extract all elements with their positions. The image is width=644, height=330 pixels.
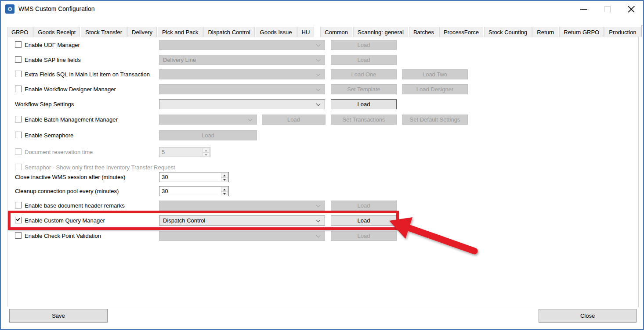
row-check-point-validation: Enable Check Point Validation Load: [7, 231, 638, 241]
tab-manager[interactable]: Manager: [641, 25, 644, 37]
base-document-remarks-combobox: [159, 201, 325, 211]
extra-fields-sql-label: Extra Fields SQL in Main List Item on Tr…: [25, 71, 150, 78]
title-bar: ⚙ WMS Custom Configuration: [1, 1, 643, 18]
chevron-down-icon: [316, 233, 321, 238]
document-reservation-label: Document reservation time: [25, 149, 93, 155]
cleanup-connection-pool-spinner[interactable]: 30: [159, 186, 229, 196]
maximize-button: [597, 1, 619, 18]
minimize-button[interactable]: [573, 1, 595, 18]
load-two-button: Load Two: [402, 69, 468, 79]
semaphor-show-only-checkbox: [15, 164, 22, 170]
workflow-step-combobox[interactable]: [159, 99, 325, 109]
tab-strip: GRPO Goods Receipt Stock Transfer Delive…: [7, 27, 639, 37]
cleanup-connection-pool-label: Cleanup connection pool every (minutes): [15, 188, 119, 194]
set-transactions-button: Set Transactions: [331, 115, 397, 125]
workflow-designer-combobox: [159, 84, 325, 94]
annotation-highlight-rectangle: [8, 211, 399, 230]
set-default-settings-button: Set Default Settings: [402, 115, 468, 125]
batch-management-combobox: [159, 115, 257, 125]
semaphor-show-only-label: Semaphor - Show only first free Inventor…: [25, 164, 175, 171]
workflow-step-settings-label: Workflow Step Settings: [15, 101, 74, 108]
chevron-down-icon: [316, 72, 321, 76]
base-document-load-button: Load: [331, 201, 397, 211]
chevron-down-icon: [248, 117, 253, 122]
tab-stock-counting[interactable]: Stock Counting: [484, 27, 532, 37]
check-point-load-button: Load: [331, 231, 397, 241]
row-enable-sap-line-fields: Enable SAP line fields Delivery Line Loa…: [7, 55, 638, 65]
window-title: WMS Custom Configuration: [18, 5, 95, 12]
row-base-document-remarks: Enable base document header remarks Load: [7, 201, 638, 211]
tab-return[interactable]: Return: [532, 27, 558, 37]
workflow-step-load-button[interactable]: Load: [331, 99, 397, 109]
enable-workflow-designer-label: Enable Workflow Designer Manager: [25, 86, 116, 93]
enable-sap-line-fields-checkbox[interactable]: [15, 56, 22, 63]
enable-sap-line-fields-label: Enable SAP line fields: [25, 57, 81, 63]
app-gear-icon: ⚙: [5, 4, 14, 14]
chevron-down-icon: [316, 102, 321, 106]
enable-workflow-designer-checkbox[interactable]: [15, 86, 22, 92]
chevron-down-icon: [316, 57, 321, 62]
tab-grpo[interactable]: GRPO: [7, 27, 33, 37]
enable-batch-management-label: Enable Batch Management Manager: [25, 116, 118, 123]
row-enable-udf-manager: Enable UDF Manager Load: [7, 40, 638, 50]
extra-fields-sql-checkbox[interactable]: [15, 71, 22, 77]
row-semaphor-show-only: Semaphor - Show only first free Inventor…: [7, 162, 638, 173]
tab-scanning-general[interactable]: Scanning: general: [353, 27, 408, 37]
manager-tab-page: Enable UDF Manager Load Enable SAP line …: [7, 37, 639, 307]
semaphore-load-button: Load: [159, 130, 257, 140]
load-one-button: Load One: [331, 69, 397, 79]
tab-common[interactable]: Common: [320, 27, 352, 37]
close-inactive-session-label: Close inactive WMS session after (minute…: [15, 174, 125, 180]
row-enable-semaphore: Enable Semaphore Load: [7, 130, 638, 141]
batch-load-button: Load: [262, 115, 326, 125]
tab-production[interactable]: Production: [604, 27, 640, 37]
tab-batches[interactable]: Batches: [409, 27, 438, 37]
tab-dispatch-control[interactable]: Dispatch Control: [203, 27, 254, 37]
close-window-button[interactable]: [620, 1, 642, 18]
minimize-icon: [580, 9, 587, 10]
row-workflow-designer: Enable Workflow Designer Manager Set Tem…: [7, 84, 638, 95]
row-document-reservation: Document reservation time 5: [7, 147, 638, 158]
check-point-validation-checkbox[interactable]: [15, 232, 22, 239]
tab-delivery[interactable]: Delivery: [127, 27, 157, 37]
chevron-down-icon: [316, 43, 321, 47]
row-batch-management: Enable Batch Management Manager Load Set…: [7, 115, 638, 125]
spinner-down-icon[interactable]: [221, 177, 228, 182]
row-close-inactive-session: Close inactive WMS session after (minute…: [7, 172, 638, 183]
spinner-down-icon: [203, 152, 210, 157]
check-point-combobox: [159, 231, 325, 241]
document-reservation-checkbox: [15, 148, 22, 155]
spinner-down-icon[interactable]: [221, 191, 228, 196]
tab-pick-and-pack[interactable]: Pick and Pack: [158, 27, 203, 37]
enable-semaphore-checkbox[interactable]: [15, 132, 22, 138]
enable-udf-manager-checkbox[interactable]: [15, 41, 22, 48]
close-inactive-session-spinner[interactable]: 30: [159, 172, 229, 182]
spinner-up-icon: [203, 148, 210, 152]
load-designer-button: Load Designer: [402, 84, 468, 94]
tab-hu[interactable]: HU: [297, 27, 315, 37]
set-template-button: Set Template: [331, 84, 397, 94]
base-document-remarks-checkbox[interactable]: [15, 202, 22, 208]
udf-manager-combobox: [159, 40, 325, 50]
enable-semaphore-label: Enable Semaphore: [25, 132, 73, 139]
spinner-up-icon[interactable]: [221, 187, 228, 191]
maximize-icon: [604, 6, 611, 12]
enable-batch-management-checkbox[interactable]: [15, 116, 22, 122]
tab-return-grpo[interactable]: Return GRPO: [559, 27, 604, 37]
sap-line-fields-combobox: Delivery Line: [159, 55, 325, 65]
row-extra-fields-sql: Extra Fields SQL in Main List Item on Tr…: [7, 69, 638, 80]
tab-processforce[interactable]: ProcessForce: [439, 27, 483, 37]
base-document-remarks-label: Enable base document header remarks: [25, 202, 125, 209]
tab-goods-issue[interactable]: Goods Issue: [256, 27, 297, 37]
tab-stock-transfer[interactable]: Stock Transfer: [81, 27, 127, 37]
spinner-up-icon[interactable]: [221, 173, 228, 177]
chevron-down-icon: [316, 87, 321, 91]
enable-udf-manager-label: Enable UDF Manager: [25, 42, 80, 48]
check-point-validation-label: Enable Check Point Validation: [25, 233, 101, 239]
udf-load-button: Load: [331, 40, 397, 50]
row-workflow-step-settings: Workflow Step Settings Load: [7, 99, 638, 110]
close-button[interactable]: Close: [539, 309, 637, 323]
tab-goods-receipt[interactable]: Goods Receipt: [33, 27, 80, 37]
wms-custom-configuration-window: ⚙ WMS Custom Configuration GRPO Goods Re…: [0, 0, 644, 330]
save-button[interactable]: Save: [9, 309, 108, 323]
